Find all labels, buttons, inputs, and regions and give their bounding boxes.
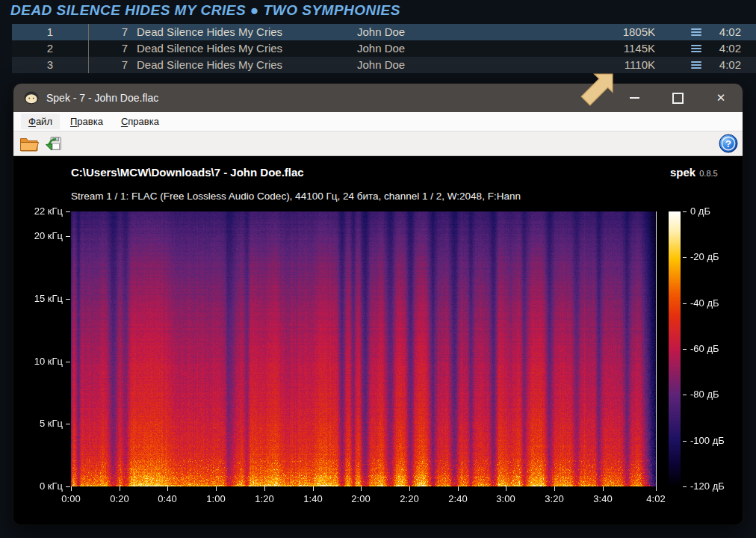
album-title: DEAD SILENCE HIDES MY CRIES ● TWO SYMPHO… (10, 2, 400, 19)
time-tick-label: 2:40 (441, 493, 474, 505)
track-duration: 4:02 (701, 40, 756, 57)
menu-item-edit[interactable]: Правка (63, 114, 111, 129)
time-tick-label: 3:20 (538, 493, 571, 505)
time-tick-label: 0:40 (151, 493, 184, 505)
time-tick (71, 486, 72, 491)
window-titlebar[interactable]: Spek - 7 - John Doe.flac ✕ (13, 84, 743, 112)
db-tick (683, 349, 687, 350)
toolbar: ? (13, 132, 743, 156)
time-tick-label: 4:02 (639, 493, 672, 505)
time-tick (409, 486, 410, 491)
time-tick (458, 486, 459, 491)
window-title: Spek - 7 - John Doe.flac (46, 92, 158, 104)
track-menu-icon[interactable] (691, 45, 701, 52)
time-tick (603, 486, 604, 491)
freq-tick-label: 5 кГц (19, 418, 63, 430)
db-tick-label: -40 дБ (690, 297, 719, 309)
time-tick-label: 3:00 (489, 493, 522, 505)
db-tick-label: -80 дБ (690, 389, 719, 401)
time-tick-label: 2:00 (344, 493, 377, 505)
db-tick (683, 441, 687, 442)
close-button[interactable]: ✕ (699, 84, 743, 112)
plot-layer: 22 кГц20 кГц15 кГц10 кГц5 кГц0 кГц0:000:… (13, 156, 743, 525)
freq-tick-label: 22 кГц (19, 205, 63, 217)
save-spectrogram-button[interactable] (45, 134, 63, 152)
help-button[interactable]: ? (719, 134, 738, 153)
db-tick-label: -20 дБ (690, 251, 719, 263)
track-index: 1 (12, 24, 88, 40)
track-row[interactable]: 2 7 Dead Silence Hides My Cries John Doe… (12, 40, 756, 57)
track-number: 7 (88, 24, 128, 40)
track-index: 3 (12, 57, 88, 73)
db-tick (683, 303, 687, 304)
track-row[interactable]: 3 7 Dead Silence Hides My Cries John Doe… (12, 57, 756, 73)
spek-app-icon (24, 91, 39, 105)
db-tick (683, 395, 687, 395)
track-duration: 4:02 (701, 24, 756, 40)
freq-tick-label: 0 кГц (19, 480, 63, 492)
spek-window: Spek - 7 - John Doe.flac ✕ ФайлПравкаСпр… (13, 84, 743, 525)
track-title: Dead Silence Hides My Cries (137, 24, 357, 40)
tracklist: 1 7 Dead Silence Hides My Cries John Doe… (12, 24, 756, 73)
time-tick-label: 3:40 (586, 493, 619, 505)
time-tick (216, 486, 217, 491)
freq-tick-label: 15 кГц (19, 293, 63, 305)
time-tick-label: 1:00 (199, 493, 232, 505)
track-number: 7 (88, 40, 128, 57)
freq-tick (66, 236, 70, 237)
freq-tick (66, 424, 70, 424)
track-title: Dead Silence Hides My Cries (137, 40, 357, 57)
track-number: 7 (88, 57, 128, 73)
open-file-button[interactable] (19, 135, 39, 152)
track-row[interactable]: 1 7 Dead Silence Hides My Cries John Doe… (12, 24, 756, 40)
track-artist: John Doe (357, 57, 529, 73)
track-duration: 4:02 (701, 57, 756, 73)
track-menu-icon[interactable] (691, 61, 701, 69)
time-tick (361, 486, 362, 491)
save-spectrogram-icon (45, 134, 63, 152)
time-tick (656, 486, 657, 491)
freq-tick-label: 10 кГц (19, 356, 63, 368)
db-tick-label: -100 дБ (690, 435, 725, 447)
time-tick-label: 0:00 (55, 493, 87, 505)
time-tick (120, 486, 120, 491)
freq-tick (66, 211, 70, 212)
db-tick (683, 257, 687, 258)
freq-tick (66, 299, 70, 300)
minimize-button[interactable] (613, 84, 656, 112)
db-tick-label: -120 дБ (690, 480, 725, 492)
db-tick-label: 0 дБ (690, 205, 710, 217)
svg-text:?: ? (725, 138, 731, 149)
db-tick (683, 486, 687, 487)
db-tick (683, 211, 687, 212)
time-tick (313, 486, 314, 491)
db-tick-label: -60 дБ (690, 343, 719, 355)
freq-tick-label: 20 кГц (19, 230, 63, 242)
time-tick-label: 2:20 (393, 493, 426, 505)
freq-tick (66, 486, 70, 487)
track-bitrate: 1145K (529, 40, 655, 57)
track-artist: John Doe (357, 24, 529, 40)
open-folder-icon (19, 135, 39, 152)
time-tick-label: 1:40 (297, 493, 329, 505)
track-bitrate: 1805K (529, 24, 655, 40)
menu-bar: ФайлПравкаСправка (13, 112, 743, 132)
menu-item-file[interactable]: Файл (21, 114, 60, 129)
track-title: Dead Silence Hides My Cries (137, 57, 357, 73)
time-tick-label: 0:20 (103, 493, 136, 505)
time-tick (554, 486, 555, 491)
time-tick-label: 1:20 (248, 493, 281, 505)
menu-item-help[interactable]: Справка (114, 114, 167, 129)
time-tick (167, 486, 168, 491)
track-menu-icon[interactable] (691, 28, 701, 36)
spectrogram-panel: C:\Users\MCW\Downloads\7 - John Doe.flac… (13, 156, 743, 525)
track-index: 2 (12, 40, 88, 57)
help-icon: ? (719, 134, 738, 153)
track-bitrate: 1110K (529, 57, 655, 73)
time-tick (506, 486, 506, 491)
track-artist: John Doe (357, 40, 529, 57)
freq-tick (66, 362, 70, 362)
time-tick (264, 486, 265, 491)
maximize-button[interactable] (656, 84, 699, 112)
